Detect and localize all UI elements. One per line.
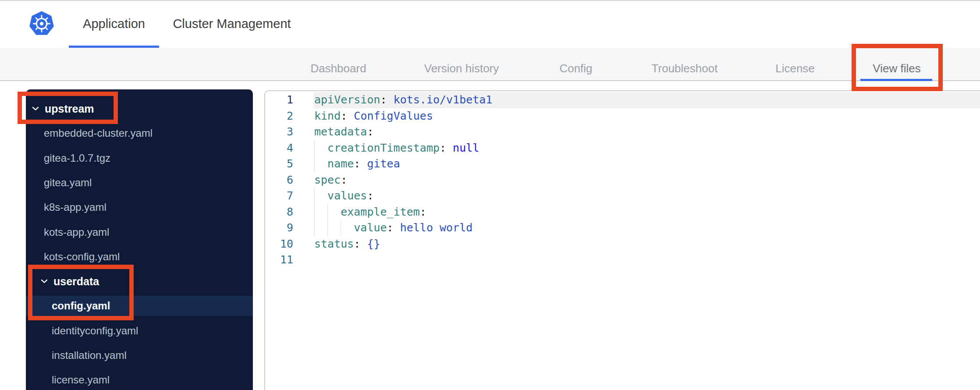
view-files-active-underline xyxy=(860,79,932,81)
tree-item-label: upstream xyxy=(45,103,94,115)
app-header: Application Cluster Management xyxy=(0,1,980,48)
tree-file-config-yaml[interactable]: config.yaml xyxy=(26,296,253,316)
code-line-9: 9 value: hello world xyxy=(265,220,980,236)
tree-item-label: config.yaml xyxy=(52,300,110,312)
code-text: creationTimestamp: null xyxy=(314,140,479,156)
line-number: 10 xyxy=(265,236,293,252)
code-line-2: 2kind: ConfigValues xyxy=(265,108,980,124)
line-number: 1 xyxy=(265,92,293,108)
header-tab-cluster-management[interactable]: Cluster Management xyxy=(173,17,291,31)
code-line-3: 3metadata: xyxy=(265,124,980,140)
tree-file-embedded-cluster-yaml[interactable]: embedded-cluster.yaml xyxy=(26,123,253,143)
code-line-4: 4 creationTimestamp: null xyxy=(265,140,980,156)
code-line-8: 8 example_item: xyxy=(265,204,980,220)
line-number: 11 xyxy=(265,252,293,268)
app-subnav: Dashboard Version history Config Trouble… xyxy=(0,48,980,81)
tree-item-label: embedded-cluster.yaml xyxy=(44,127,153,139)
tree-item-label: kots-app.yaml xyxy=(44,226,109,238)
code-text: spec: xyxy=(314,172,347,188)
tree-folder-upstream[interactable]: upstream xyxy=(26,99,253,119)
code-lines: 1apiVersion: kots.io/v1beta12kind: Confi… xyxy=(265,92,980,268)
code-text: values: xyxy=(314,188,373,204)
tab-view-files[interactable]: View files xyxy=(873,62,920,75)
tree-file-gitea-1-0-7-tgz[interactable]: gitea-1.0.7.tgz xyxy=(26,148,253,168)
tree-file-kots-app-yaml[interactable]: kots-app.yaml xyxy=(26,222,253,242)
file-tree-sidebar: upstreamembedded-cluster.yamlgitea-1.0.7… xyxy=(26,89,253,390)
line-number: 7 xyxy=(265,188,293,204)
line-number: 9 xyxy=(265,220,293,236)
code-text: example_item: xyxy=(314,204,426,220)
tree-item-label: identityconfig.yaml xyxy=(52,325,138,337)
header-tab-application[interactable]: Application xyxy=(83,17,145,31)
tree-file-installation-yaml[interactable]: installation.yaml xyxy=(26,345,253,365)
code-line-6: 6spec: xyxy=(265,172,980,188)
tab-version-history[interactable]: Version history xyxy=(424,62,499,75)
tree-folder-userdata[interactable]: userdata xyxy=(26,271,253,291)
code-text: name: gitea xyxy=(314,156,400,172)
code-line-1: 1apiVersion: kots.io/v1beta1 xyxy=(265,92,980,108)
line-number: 6 xyxy=(265,172,293,188)
code-line-5: 5 name: gitea xyxy=(265,156,980,172)
chevron-down-icon xyxy=(41,279,48,284)
code-text: status: {} xyxy=(314,236,380,252)
code-line-7: 7 values: xyxy=(265,188,980,204)
kubernetes-logo-icon xyxy=(28,10,55,37)
tab-dashboard[interactable]: Dashboard xyxy=(310,62,366,75)
tree-file-k8s-app-yaml[interactable]: k8s-app.yaml xyxy=(26,197,253,217)
code-text: apiVersion: kots.io/v1beta1 xyxy=(314,92,492,108)
code-line-11: 11 xyxy=(265,252,980,268)
tree-item-label: gitea-1.0.7.tgz xyxy=(44,152,110,164)
line-number: 8 xyxy=(265,204,293,220)
tree-item-label: license.yaml xyxy=(52,374,110,386)
tree-item-label: userdata xyxy=(53,275,99,288)
chevron-down-icon xyxy=(32,106,39,111)
line-number: 4 xyxy=(265,140,293,156)
code-text: metadata: xyxy=(314,124,373,140)
code-text: value: hello world xyxy=(314,220,472,236)
tab-troubleshoot[interactable]: Troubleshoot xyxy=(652,62,718,75)
tree-file-kots-config-yaml[interactable]: kots-config.yaml xyxy=(26,247,253,267)
tree-item-label: kots-config.yaml xyxy=(44,251,120,263)
tree-item-label: installation.yaml xyxy=(52,349,127,362)
tree-file-license-yaml[interactable]: license.yaml xyxy=(26,370,253,390)
line-number: 3 xyxy=(265,124,293,140)
file-content-viewer[interactable]: 1apiVersion: kots.io/v1beta12kind: Confi… xyxy=(264,90,980,390)
tab-license[interactable]: License xyxy=(775,62,815,75)
tab-config[interactable]: Config xyxy=(559,62,592,75)
code-text: kind: ConfigValues xyxy=(314,108,433,124)
line-number: 5 xyxy=(265,156,293,172)
tree-file-identityconfig-yaml[interactable]: identityconfig.yaml xyxy=(26,321,253,341)
code-line-10: 10status: {} xyxy=(265,236,980,252)
tree-item-label: gitea.yaml xyxy=(44,177,92,189)
line-number: 2 xyxy=(265,108,293,124)
tree-file-gitea-yaml[interactable]: gitea.yaml xyxy=(26,173,253,193)
tree-item-label: k8s-app.yaml xyxy=(44,201,107,213)
